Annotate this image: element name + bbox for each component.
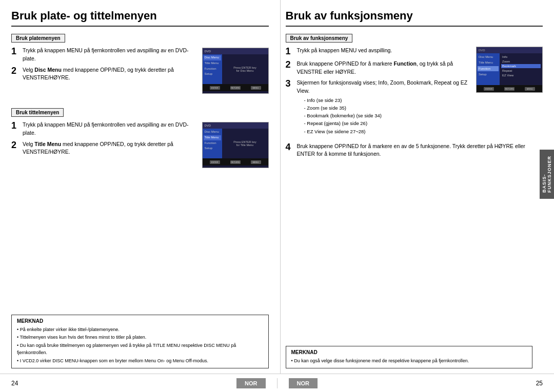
screen-sidebar-disc-menu: Disc Menu xyxy=(204,55,221,60)
fscreen-bookmark: Bookmark xyxy=(501,64,541,68)
left-nor-label: NOR xyxy=(236,378,265,388)
function-step4-num: 4 xyxy=(286,142,294,153)
left-note: MERKNAD På enkelte plater virker ikke ti… xyxy=(11,315,269,368)
fscreen-disc-menu: Disc Menu xyxy=(478,54,499,59)
screen-enter-btn: ENTER xyxy=(210,86,220,90)
screen-sidebar-function: Function xyxy=(204,67,221,72)
function-step3-text: Skjermen for funksjonsvalg vises; Info, … xyxy=(297,79,468,94)
footer: 24 NOR NOR 25 xyxy=(0,374,554,392)
title-menu-screen: DVD Disc Menu Title Menu Function Setup … xyxy=(202,122,269,168)
left-note-title: MERKNAD xyxy=(17,318,263,324)
fscreen-enter-btn: ENTER xyxy=(484,87,494,91)
screen-sidebar: Disc Menu Title Menu Function Setup xyxy=(203,54,222,84)
function-step1-num: 1 xyxy=(286,47,294,57)
screen-menu-row: Disc Menu Title Menu Function Setup Pres… xyxy=(203,54,268,84)
title-screen-top-bar: DVD xyxy=(203,122,268,129)
side-tab: BASIS-FUNKSJONER xyxy=(540,150,554,199)
disc-menu-step2-num: 2 xyxy=(11,66,19,76)
function-screen-top: DVD xyxy=(477,47,542,53)
fscreen-return-btn: RETURN xyxy=(504,87,515,91)
function-screen-menu: Disc Menu Title Menu Function Setup Info… xyxy=(477,53,542,85)
title-menu-step2: 2 Velg Title Menu med knappene OPP/NED, … xyxy=(11,140,191,157)
disc-menu-step2: 2 Velg Disc Menu med knappene OPP/NED, o… xyxy=(11,66,191,82)
page-left: Bruk plate- og tittelmenyen Bruk plateme… xyxy=(0,0,281,374)
function-menu-screen: DVD Disc Menu Title Menu Function Setup … xyxy=(476,47,543,93)
screen-sidebar-title-menu: Title Menu xyxy=(204,61,221,66)
title-screen-menu-btn: MENU xyxy=(251,160,261,164)
function-screen-sidebar: Disc Menu Title Menu Function Setup xyxy=(477,53,500,85)
disc-menu-step1-text: Trykk på knappen MENU på fjernkontrollen… xyxy=(23,47,191,63)
bullet-repeat: Repeat (gjenta) (se side 26) xyxy=(304,119,477,127)
function-step2-text: Bruk knappene OPP/NED for å markere Func… xyxy=(297,60,477,76)
page-right: Bruk av funksjonsmeny Bruk av funksjonsm… xyxy=(281,0,555,374)
title-menu-steps-and-image: 1 Trykk på knappen MENU på fjernkontroll… xyxy=(11,121,269,172)
page-left-title: Bruk plate- og tittelmenyen xyxy=(11,9,269,27)
function-step4: 4 Bruk knappene OPP/NED for å markere en… xyxy=(286,142,543,159)
bullet-zoom: Zoom (se side 35) xyxy=(304,104,477,112)
left-note-item-3: Du kan også bruke tittelmenyen og platem… xyxy=(17,342,263,357)
title-screen-function: Function xyxy=(204,141,221,146)
fscreen-title-menu: Title Menu xyxy=(478,60,499,65)
left-note-text: På enkelte plater virker ikke tittel-/pl… xyxy=(17,326,263,364)
title-menu-label: Bruk tittelmenyen xyxy=(11,108,64,117)
disc-menu-step2-text: Velg Disc Menu med knappene OPP/NED, og … xyxy=(23,66,191,82)
left-note-item-2: Tittelmenyen vises kun hvis det finnes m… xyxy=(17,334,263,341)
fscreen-zoom: Zoom xyxy=(501,59,541,64)
disc-menu-step1: 1 Trykk på knappen MENU på fjernkontroll… xyxy=(11,47,191,63)
title-menu-section: Bruk tittelmenyen 1 Trykk på knappen MEN… xyxy=(11,108,269,172)
title-screen-return-btn: RETURN xyxy=(230,160,241,164)
fscreen-function: Function xyxy=(478,66,499,71)
footer-left: 24 NOR xyxy=(0,378,277,388)
function-step2-num: 2 xyxy=(286,60,294,70)
fscreen-info: Info xyxy=(501,55,541,59)
title-screen-main-area: Press ENTER keyfor Title Menu xyxy=(222,129,268,158)
right-note-text: Du kan også velge disse funksjonene med … xyxy=(291,357,527,364)
function-menu-section: Bruk av funksjonsmeny 1 Trykk på knappen… xyxy=(286,34,543,161)
title-menu-step1-text: Trykk på knappen MENU på fjernkontrollen… xyxy=(23,121,191,137)
title-screen-enter-btn: ENTER xyxy=(210,160,220,164)
disc-menu-section: Bruk platemenyen 1 Trykk på knappen MENU… xyxy=(11,34,269,98)
screen-sidebar-setup: Setup xyxy=(204,72,221,77)
screen-bottom-bar: ENTER RETURN MENU xyxy=(203,84,268,91)
function-menu-label: Bruk av funksjonsmeny xyxy=(286,34,353,43)
disc-menu-steps-and-image: 1 Trykk på knappen MENU på fjernkontroll… xyxy=(11,47,269,98)
screen-top-bar: DVD xyxy=(203,48,268,54)
bullet-ezview: EZ View (se sidene 27~28) xyxy=(304,128,477,135)
right-note-item-1: Du kan også velge disse funksjonene med … xyxy=(291,357,527,364)
function-screen-bottom: ENTER RETURN MENU xyxy=(477,85,542,92)
fscreen-ezview: EZ View xyxy=(501,73,541,77)
function-step3: 3 Skjermen for funksjonsvalg vises; Info… xyxy=(286,79,477,135)
disc-menu-screen: DVD Disc Menu Title Menu Function Setup … xyxy=(202,48,269,94)
title-screen-menu-row: Disc Menu Title Menu Function Setup Pres… xyxy=(203,129,268,158)
function-screen-main: Info Zoom Bookmark Repeat EZ View xyxy=(500,53,542,85)
title-menu-step2-text: Velg Title Menu med knappene OPP/NED, og… xyxy=(23,140,191,157)
title-screen-sidebar: Disc Menu Title Menu Function Setup xyxy=(203,129,222,158)
disc-menu-label: Bruk platemenyen xyxy=(11,34,65,43)
disc-menu-steps: 1 Trykk på knappen MENU på fjernkontroll… xyxy=(11,47,191,85)
function-step2: 2 Bruk knappene OPP/NED for å markere Fu… xyxy=(286,60,477,76)
function-step3-num: 3 xyxy=(286,79,294,89)
bullet-bookmark: Bookmark (bokmerke) (se side 34) xyxy=(304,112,477,119)
title-menu-steps: 1 Trykk på knappen MENU på fjernkontroll… xyxy=(11,121,191,159)
right-note-title: MERKNAD xyxy=(291,349,527,355)
right-nor-label: NOR xyxy=(289,378,318,388)
title-menu-step2-num: 2 xyxy=(11,140,19,151)
bullet-info: Info (se side 23) xyxy=(304,96,477,104)
title-screen-disc-menu: Disc Menu xyxy=(204,130,221,135)
function-steps: 1 Trykk på knappen MENU ved avspilling. … xyxy=(286,47,477,138)
function-steps-and-image: 1 Trykk på knappen MENU ved avspilling. … xyxy=(286,47,543,138)
function-step4-text: Bruk knappene OPP/NED for å markere en a… xyxy=(297,142,543,159)
fscreen-menu-btn: MENU xyxy=(525,87,535,91)
title-menu-step1: 1 Trykk på knappen MENU på fjernkontroll… xyxy=(11,121,191,137)
left-page-number: 24 xyxy=(11,380,18,387)
title-menu-step1-num: 1 xyxy=(11,121,19,131)
right-page-number: 25 xyxy=(536,380,543,387)
screen-main-area: Press ENTER keyfor Disc Menu xyxy=(222,54,268,84)
function-step1-text: Trykk på knappen MENU ved avspilling. xyxy=(297,47,477,55)
right-note: MERKNAD Du kan også velge disse funksjon… xyxy=(286,346,533,368)
footer-right: NOR 25 xyxy=(277,378,555,388)
left-note-item-1: På enkelte plater virker ikke tittel-/pl… xyxy=(17,326,263,333)
function-step3-bullets: Info (se side 23) Zoom (se side 35) Book… xyxy=(304,96,477,135)
function-step1: 1 Trykk på knappen MENU ved avspilling. xyxy=(286,47,477,57)
fscreen-setup: Setup xyxy=(478,72,499,77)
